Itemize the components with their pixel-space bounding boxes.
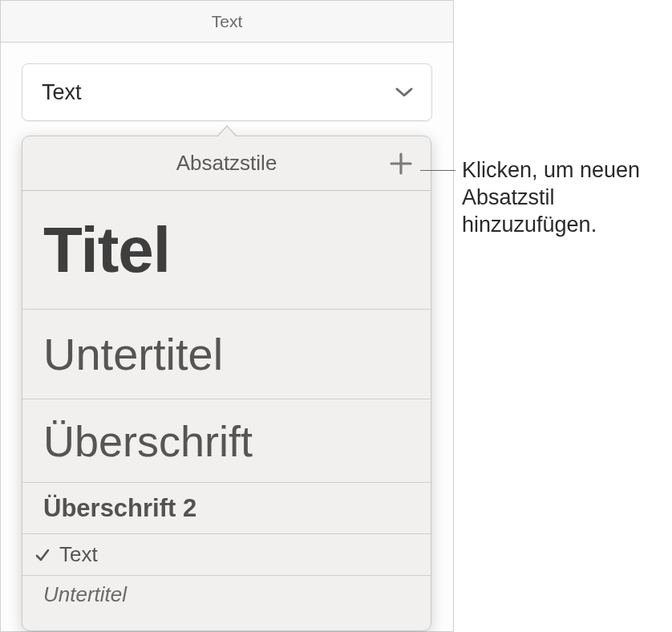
paragraph-styles-list: Titel Untertitel Überschrift Überschrift…	[22, 191, 431, 614]
checkmark-icon	[34, 548, 51, 562]
paragraph-style-dropdown[interactable]: Text	[22, 63, 432, 121]
callout-text: Klicken, um neuen Absatzstil hinzuzufüge…	[462, 157, 667, 238]
style-label: Text	[59, 542, 98, 567]
style-label: Überschrift 2	[43, 494, 196, 523]
style-item-ueberschrift-2[interactable]: Überschrift 2	[22, 483, 431, 534]
popover-title: Absatzstile	[22, 151, 431, 176]
style-item-untertitel[interactable]: Untertitel	[22, 310, 431, 399]
style-item-titel[interactable]: Titel	[22, 191, 431, 310]
inspector-tab-bar: Text	[1, 1, 453, 43]
paragraph-style-dropdown-wrap: Text	[1, 43, 453, 121]
style-label: Titel	[43, 213, 170, 287]
style-label: Untertitel	[43, 582, 127, 607]
chevron-down-icon	[395, 87, 414, 98]
style-label: Überschrift	[43, 416, 253, 466]
style-item-ueberschrift[interactable]: Überschrift	[22, 399, 431, 483]
style-label: Untertitel	[43, 328, 223, 380]
add-paragraph-style-button[interactable]	[386, 148, 416, 179]
popover-arrow	[217, 125, 237, 136]
popover-header: Absatzstile	[22, 136, 431, 191]
plus-icon	[389, 152, 413, 176]
paragraph-style-dropdown-value: Text	[42, 80, 82, 105]
paragraph-styles-popover: Absatzstile Titel Untertitel Überschrift…	[22, 136, 431, 631]
callout-leader-line	[420, 170, 455, 171]
style-item-text[interactable]: Text	[22, 534, 431, 576]
style-item-untertitel-caption[interactable]: Untertitel	[22, 576, 431, 614]
tab-text[interactable]: Text	[212, 12, 243, 31]
